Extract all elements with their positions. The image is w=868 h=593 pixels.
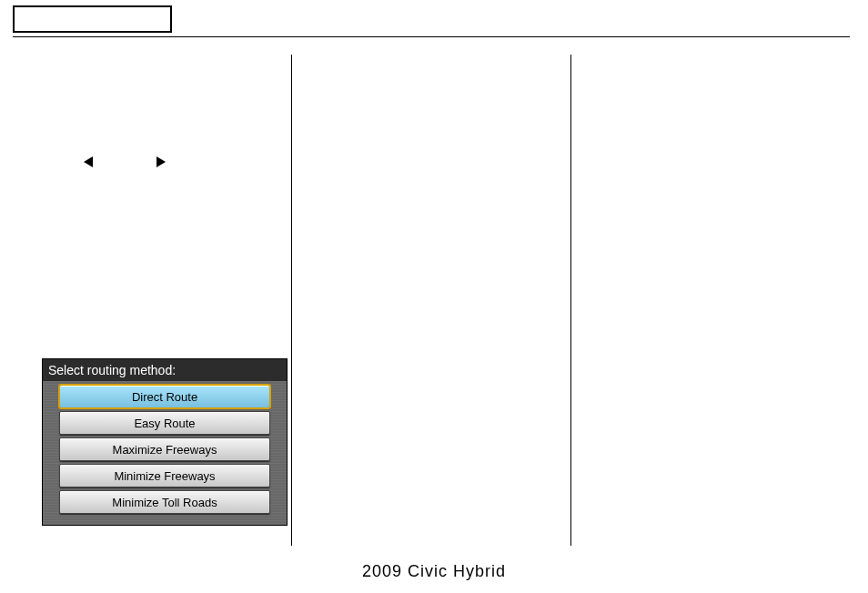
route-option-max-freeways[interactable]: Maximize Freeways bbox=[59, 437, 270, 461]
column-2 bbox=[292, 55, 570, 555]
route-option-min-freeways[interactable]: Minimize Freeways bbox=[59, 464, 270, 487]
arrow-left-icon bbox=[84, 156, 93, 167]
screenshot-title: Select routing method: bbox=[43, 359, 287, 381]
route-option-label: Minimize Freeways bbox=[114, 469, 215, 483]
navigation-screenshot: Select routing method: Direct Route Easy… bbox=[42, 358, 288, 526]
route-option-easy[interactable]: Easy Route bbox=[59, 411, 270, 435]
route-option-label: Maximize Freeways bbox=[113, 443, 217, 457]
column-1: Select routing method: Direct Route Easy… bbox=[13, 55, 291, 555]
column-3 bbox=[571, 55, 850, 555]
header-button-box[interactable] bbox=[13, 5, 172, 33]
route-method-list: Direct Route Easy Route Maximize Freeway… bbox=[43, 381, 287, 525]
route-option-direct[interactable]: Direct Route bbox=[59, 385, 270, 408]
route-option-label: Easy Route bbox=[134, 417, 195, 430]
route-option-label: Minimize Toll Roads bbox=[112, 496, 217, 509]
arrow-right-icon bbox=[156, 156, 166, 167]
header-divider bbox=[13, 36, 850, 37]
route-option-min-tolls[interactable]: Minimize Toll Roads bbox=[59, 490, 270, 514]
columns-container: Select routing method: Direct Route Easy… bbox=[13, 55, 850, 555]
footer-text: 2009 Civic Hybrid bbox=[0, 562, 868, 581]
route-option-label: Direct Route bbox=[132, 390, 197, 404]
